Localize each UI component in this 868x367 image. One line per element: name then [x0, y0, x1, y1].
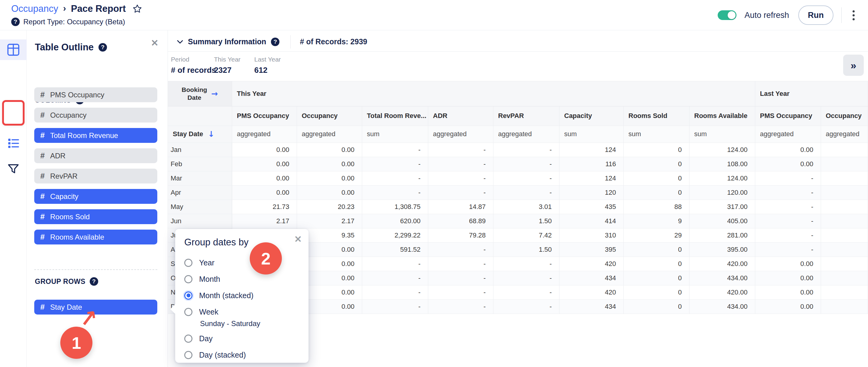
auto-refresh-toggle[interactable] [718, 10, 737, 20]
table-cell: 7.42 [493, 228, 559, 242]
option-label: Year [199, 258, 215, 267]
table-cell: 0.00 [232, 171, 297, 185]
table-cell: 9 [623, 214, 689, 228]
aggregation-cell: aggregated [232, 125, 297, 143]
number-type-icon: # [40, 151, 44, 161]
column-header[interactable]: Occupancy [297, 106, 362, 125]
table-cell: - [493, 185, 559, 200]
table-cell: 0.00 [755, 157, 821, 171]
table-cell: 281.00 [689, 228, 755, 242]
table-cell: - [493, 299, 559, 314]
pivot-arrow-icon: → [211, 89, 218, 98]
booking-date-inner: BookingDate→ [168, 81, 232, 106]
aggregation-cell: aggregated [821, 125, 868, 143]
group-dates-option[interactable]: Month (stacked) [184, 287, 309, 304]
table-cell [821, 271, 868, 285]
rail-outline-view-button[interactable] [0, 133, 27, 153]
summary-header: Summary Information ? # of Records: 2939 [168, 32, 868, 52]
more-options-kebab-icon[interactable] [849, 8, 858, 22]
chevron-down-icon[interactable] [177, 40, 183, 44]
table-cell: 0.00 [297, 171, 362, 185]
column-header[interactable]: ADR [428, 106, 493, 125]
table-cell: - [428, 257, 493, 271]
summary-divider [290, 35, 291, 49]
field-pill[interactable]: #RevPAR [34, 169, 157, 184]
group-dates-option[interactable]: Year [184, 254, 309, 271]
collapse-panel-button[interactable]: » [843, 55, 864, 76]
field-pill-label: RevPAR [50, 172, 77, 180]
column-header[interactable]: Rooms Sold [623, 106, 689, 125]
table-cell: 0 [623, 271, 689, 285]
table-cell: 116 [559, 157, 623, 171]
help-icon[interactable]: ? [11, 18, 20, 26]
breadcrumb-parent-link[interactable]: Occupancy [11, 3, 58, 14]
table-cell: 0.00 [297, 157, 362, 171]
field-pill[interactable]: #Occupancy [34, 108, 157, 122]
table-row: Feb0.000.00---1160108.000.00 [168, 157, 868, 171]
option-label: Week [199, 308, 218, 316]
table-cell: 395.00 [689, 242, 755, 257]
favorite-star-icon[interactable] [132, 4, 142, 13]
field-pill-label: Rooms Available [50, 233, 104, 242]
group-dates-option[interactable]: Day [184, 330, 309, 347]
header-divider [841, 7, 842, 23]
booking-date-cell[interactable]: BookingDate→ [168, 81, 232, 106]
column-header[interactable]: Occupancy [821, 106, 868, 125]
toggle-knob [728, 11, 736, 19]
column-header[interactable]: RevPAR [493, 106, 559, 125]
option-label: Month [199, 275, 220, 284]
summary-help-icon[interactable]: ? [271, 37, 279, 46]
number-type-icon: # [40, 131, 44, 140]
table-cell: 620.00 [362, 214, 428, 228]
table-cell: - [362, 257, 428, 271]
stat-period: Period # of records [171, 56, 216, 75]
table-cell: - [428, 157, 493, 171]
radio-icon [184, 335, 192, 343]
column-header[interactable]: Rooms Available [689, 106, 755, 125]
stat-value: 612 [254, 65, 281, 75]
radio-icon [184, 351, 192, 359]
table-cell: 0 [623, 185, 689, 200]
field-pill-label: Occupancy [50, 111, 86, 119]
field-pill-label: Total Room Revenue [50, 131, 118, 140]
field-pill-label: Stay Date [50, 303, 82, 311]
table-cell: 68.89 [428, 214, 493, 228]
stay-date-header-cell[interactable]: Stay Date↓ [168, 125, 232, 143]
table-cell: 0.00 [755, 257, 821, 271]
column-header[interactable]: PMS Occupancy [755, 106, 821, 125]
field-pill[interactable]: #Capacity [34, 189, 157, 204]
field-pill[interactable]: #Total Room Revenue [34, 128, 157, 143]
option-label: Day [199, 334, 213, 343]
run-button[interactable]: Run [798, 5, 833, 25]
panel-close-icon[interactable]: ✕ [151, 37, 158, 48]
field-pill[interactable]: #Rooms Sold [34, 209, 157, 224]
table-cell: - [493, 171, 559, 185]
group-dates-option[interactable]: Week [184, 304, 309, 320]
column-header[interactable]: Capacity [559, 106, 623, 125]
rail-filter-button[interactable] [0, 159, 27, 179]
field-pill[interactable]: #Rooms Available [34, 230, 157, 245]
field-pill-label: Rooms Sold [50, 213, 90, 221]
top-bar: Occupancy › Pace Report ? Report Type: O… [0, 0, 868, 30]
table-cell: 0.00 [297, 143, 362, 157]
list-outline-icon [7, 137, 20, 149]
group-dates-option[interactable]: Month [184, 271, 309, 287]
popup-close-icon[interactable]: ✕ [294, 234, 302, 245]
table-cell: - [493, 157, 559, 171]
column-header[interactable]: Total Room Reve... [362, 106, 428, 125]
radio-selected-icon [184, 291, 192, 300]
row-header-cell: Jun [168, 214, 232, 228]
table-icon [7, 44, 20, 56]
table-cell [821, 171, 868, 185]
rail-table-view-button[interactable] [0, 39, 27, 60]
stat-value: 2327 [214, 65, 241, 75]
column-header[interactable]: PMS Occupancy [232, 106, 297, 125]
group-rows-help-icon[interactable]: ? [90, 277, 98, 286]
field-pill[interactable]: #PMS Occupancy [34, 87, 157, 102]
rail-flow-view-button[interactable] [0, 108, 27, 128]
group-dates-option[interactable]: Day (stacked) [184, 347, 309, 363]
panel-help-icon[interactable]: ? [98, 43, 107, 52]
number-type-icon: # [40, 90, 44, 100]
group-dates-popup: ✕ Group dates by YearMonthMonth (stacked… [175, 229, 309, 363]
field-pill[interactable]: #ADR [34, 148, 157, 163]
